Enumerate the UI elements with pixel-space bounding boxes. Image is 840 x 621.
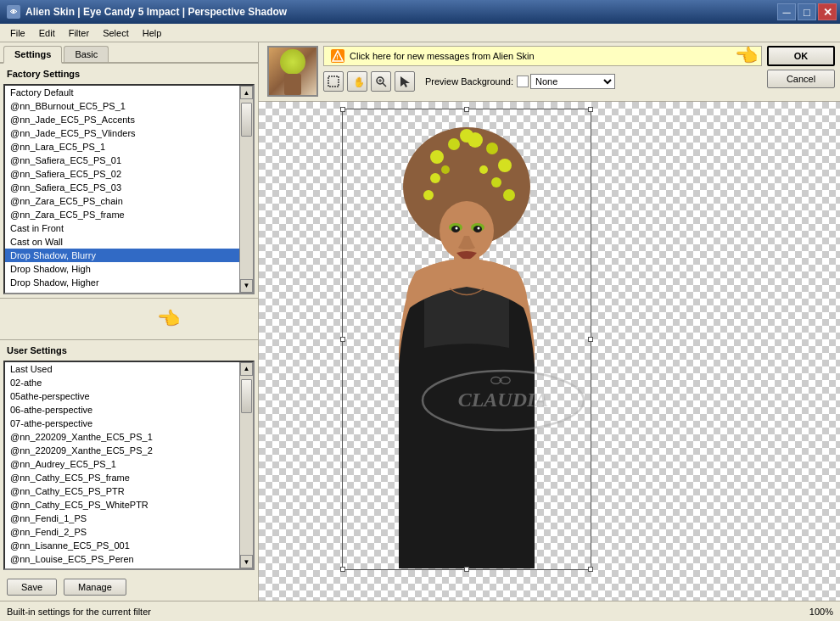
svg-point-19 [479,165,488,174]
minimize-button[interactable]: ─ [777,3,796,20]
scroll-track [240,99,253,279]
user-list-item[interactable]: @nn_220209_Xanthe_EC5_PS_2 [5,444,239,457]
preview-frame [344,110,590,568]
thumbnail [267,46,318,97]
factory-list-item[interactable]: @nn_Jade_EC5_PS_Vlinders [5,126,239,140]
user-list-item[interactable]: 02-athe [5,376,239,389]
announcement-text: Click here for new messages from Alien S… [350,51,535,61]
tool-pointer[interactable] [395,71,415,92]
factory-settings-list[interactable]: Factory Default@nn_BBurnout_EC5_PS_1@nn_… [3,84,255,294]
svg-point-18 [441,165,450,174]
tool-select[interactable] [323,71,344,92]
factory-list-item[interactable]: @nn_BBurnout_EC5_PS_1 [5,99,239,113]
menu-bar: File Edit Filter Select Help [0,24,840,42]
zoom-level: 100% [809,607,833,617]
factory-list-item[interactable]: Cast on Wall [5,235,239,249]
close-button[interactable]: ✕ [818,3,837,20]
status-text: Built-in settings for the current filter [7,607,151,617]
factory-list-item[interactable]: Drop Shadow, Blurry [5,249,239,262]
user-list-item[interactable]: @nn_Louise_EC5_PS_Peren [5,552,239,566]
menu-file[interactable]: File [3,26,32,40]
preview-bg-label: Preview Background: [425,76,513,87]
action-buttons: 👈 OK Cancel [767,46,835,88]
user-list-item[interactable]: 05athe-perspective [5,389,239,403]
svg-point-13 [486,143,498,154]
preview-bg-color-swatch[interactable] [517,76,529,87]
svg-rect-2 [328,76,339,87]
factory-list-item[interactable]: @nn_Safiera_EC5_PS_02 [5,167,239,181]
main-container: Settings Basic Factory Settings Factory … [0,42,840,601]
factory-list-item[interactable]: Drop Shadow, Higher [5,276,239,289]
factory-list-item[interactable]: Cast in Front [5,221,239,235]
user-list-item[interactable]: @nn_Audrey_EC5_PS_1 [5,457,239,471]
factory-list-item[interactable]: Drop Shadow, Low [5,289,239,293]
scroll-down[interactable]: ▼ [240,279,253,293]
svg-text:✋: ✋ [353,76,363,87]
announcement-icon: ! [331,49,344,63]
svg-point-21 [423,190,434,200]
svg-point-29 [456,227,458,230]
factory-settings-label: Factory Settings [3,67,255,81]
user-list-item[interactable]: @nn_Cathy_EC5_PS_WhitePTR [5,498,239,512]
user-list-item[interactable]: @nn_Lisanne_EC5_PS_001 [5,539,239,552]
tabs: Settings Basic [0,42,258,64]
user-list-item[interactable]: @nn_Fendi_1_PS [5,512,239,525]
user-list-item[interactable]: @nn_220209_Xanthe_EC5_PS_1 [5,430,239,444]
svg-point-30 [478,227,480,230]
tab-settings[interactable]: Settings [3,46,62,64]
tool-pan[interactable]: ✋ [347,71,367,92]
scroll-thumb[interactable] [241,103,252,137]
svg-point-11 [448,138,460,150]
factory-list-scrollbar[interactable]: ▲ ▼ [239,86,253,293]
user-settings-list[interactable]: Last Used02-athe05athe-perspective06-ath… [3,361,255,571]
save-button[interactable]: Save [7,579,57,596]
title-bar-text: Alien Skin | Eye Candy 5 Impact | Perspe… [25,6,287,18]
svg-point-16 [430,173,440,183]
factory-list-item[interactable]: @nn_Safiera_EC5_PS_03 [5,181,239,194]
svg-point-14 [498,159,512,172]
user-scroll-thumb[interactable] [241,379,252,413]
manage-button[interactable]: Manage [64,579,126,596]
menu-select[interactable]: Select [96,26,136,40]
factory-list-item[interactable]: Drop Shadow, High [5,262,239,276]
hand-pointer-icon: 👈 [157,308,180,330]
user-list-item[interactable]: @nn_Louise_EC5_PS_tube [5,566,239,569]
menu-help[interactable]: Help [136,26,169,40]
factory-list-item[interactable]: Factory Default [5,86,239,99]
user-list-item[interactable]: @nn_Fendi_2_PS [5,525,239,539]
menu-edit[interactable]: Edit [32,26,62,40]
svg-point-17 [460,129,473,143]
factory-list-item[interactable]: @nn_Zara_EC5_PS_frame [5,208,239,221]
user-settings-label: User Settings [3,344,255,357]
app-icon: 👁 [7,5,20,19]
svg-marker-8 [400,76,410,87]
cancel-button[interactable]: Cancel [767,70,835,88]
tab-basic[interactable]: Basic [64,46,109,62]
svg-point-15 [491,177,501,187]
maximize-button[interactable]: □ [798,3,816,20]
ok-button[interactable]: OK [767,46,835,66]
user-list-scrollbar[interactable]: ▲ ▼ [239,362,253,569]
announcement-bar[interactable]: ! Click here for new messages from Alien… [323,46,762,66]
svg-point-20 [503,189,515,201]
user-list-item[interactable]: @nn_Cathy_EC5_PS_PTR [5,484,239,498]
user-list-item[interactable]: 07-athe-perspective [5,417,239,430]
preview-area[interactable]: CLAUDIA [259,102,840,601]
scroll-up[interactable]: ▲ [240,86,253,99]
tool-zoom[interactable] [371,71,391,92]
svg-line-5 [383,83,386,87]
factory-list-item[interactable]: @nn_Zara_EC5_PS_chain [5,194,239,208]
status-bar: Built-in settings for the current filter… [0,601,840,621]
factory-list-item[interactable]: @nn_Lara_EC5_PS_1 [5,140,239,154]
user-list-item[interactable]: Last Used [5,362,239,376]
factory-list-item[interactable]: @nn_Jade_EC5_PS_Accents [5,113,239,126]
title-bar: 👁 Alien Skin | Eye Candy 5 Impact | Pers… [0,0,840,24]
left-panel: Settings Basic Factory Settings Factory … [0,42,259,601]
user-list-item[interactable]: 06-athe-perspective [5,403,239,417]
preview-bg-select[interactable]: None White Black Custom [530,74,615,89]
user-list-item[interactable]: @nn_Cathy_EC5_PS_frame [5,471,239,484]
factory-list-item[interactable]: @nn_Safiera_EC5_PS_01 [5,154,239,167]
menu-filter[interactable]: Filter [62,26,96,40]
user-scroll-up[interactable]: ▲ [240,362,253,376]
user-scroll-down[interactable]: ▼ [240,555,253,568]
